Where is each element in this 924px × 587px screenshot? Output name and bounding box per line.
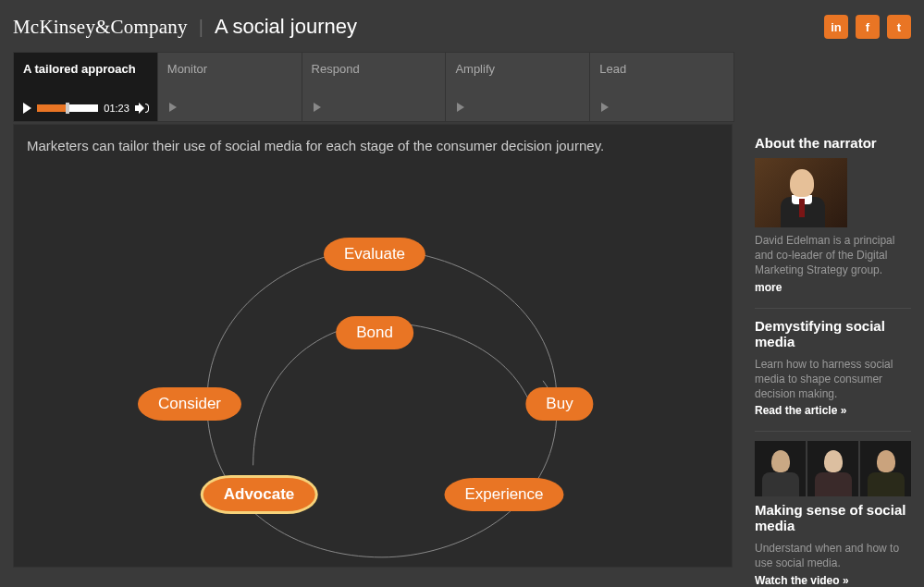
header: McKinsey&Company | A social journey in f… — [13, 9, 911, 52]
volume-icon[interactable] — [135, 103, 148, 114]
node-advocate[interactable]: Advocate — [203, 478, 315, 511]
node-experience[interactable]: Experience — [444, 478, 563, 511]
play-icon — [314, 103, 321, 112]
sidebar: About the narrator David Edelman is a pr… — [755, 124, 911, 587]
play-icon — [457, 103, 464, 112]
sidebar-narrator: About the narrator David Edelman is a pr… — [755, 126, 911, 309]
narrator-text: David Edelman is a principal and co-lead… — [755, 233, 911, 278]
tab-label: Amplify — [455, 62, 580, 76]
tab-label: Lead — [599, 62, 724, 76]
narrator-portrait — [755, 158, 847, 227]
tab-monitor[interactable]: Monitor — [157, 52, 302, 122]
tab-lead[interactable]: Lead — [589, 52, 734, 122]
node-evaluate[interactable]: Evaluate — [324, 238, 425, 271]
tab-label: Monitor — [167, 62, 292, 76]
demystify-heading: Demystifying social media — [755, 318, 911, 349]
play-icon — [169, 103, 177, 112]
chapter-tabs: A tailored approach 01:23 Monitor Respon… — [13, 52, 734, 122]
page-title: A social journey — [215, 15, 357, 39]
node-buy[interactable]: Buy — [525, 387, 593, 421]
node-consider[interactable]: Consider — [138, 387, 241, 421]
tab-label: Respond — [312, 62, 437, 76]
play-icon[interactable] — [23, 103, 31, 114]
narrator-heading: About the narrator — [755, 135, 911, 151]
logo-separator: | — [199, 17, 203, 38]
narrator-more-link[interactable]: more — [755, 281, 782, 294]
sidebar-making-sense: Making sense of social media Understand … — [755, 432, 911, 587]
demystify-link[interactable]: Read the article » — [755, 404, 846, 417]
video-thumb-2 — [807, 441, 858, 496]
video-thumb-3 — [860, 441, 911, 496]
tab-amplify[interactable]: Amplify — [445, 52, 589, 122]
making-sense-link[interactable]: Watch the video » — [755, 574, 849, 587]
progress-track[interactable] — [37, 104, 98, 112]
video-thumb-1 — [755, 441, 806, 496]
progress-handle[interactable] — [66, 103, 69, 114]
audio-player: 01:23 — [23, 103, 148, 114]
play-icon — [601, 103, 609, 112]
demystify-text: Learn how to harness social media to sha… — [755, 357, 911, 402]
making-sense-text: Understand when and how to use social me… — [755, 541, 911, 570]
linkedin-icon[interactable]: in — [824, 15, 848, 39]
facebook-icon[interactable]: f — [856, 15, 880, 39]
diagram-stage: Marketers can tailor their use of social… — [13, 124, 733, 568]
node-bond[interactable]: Bond — [336, 316, 413, 349]
tab-tailored-approach[interactable]: A tailored approach 01:23 — [13, 52, 157, 122]
progress-fill — [37, 104, 66, 112]
twitter-icon[interactable]: t — [887, 15, 911, 39]
social-buttons: in f t — [824, 15, 911, 39]
making-sense-heading: Making sense of social media — [755, 502, 911, 533]
tab-label: A tailored approach — [23, 62, 148, 76]
sidebar-demystify: Demystifying social media Learn how to h… — [755, 309, 911, 433]
tab-respond[interactable]: Respond — [302, 52, 446, 122]
video-thumbnails[interactable] — [755, 441, 911, 496]
time-display: 01:23 — [104, 103, 129, 114]
company-logo: McKinsey&Company — [13, 16, 188, 39]
